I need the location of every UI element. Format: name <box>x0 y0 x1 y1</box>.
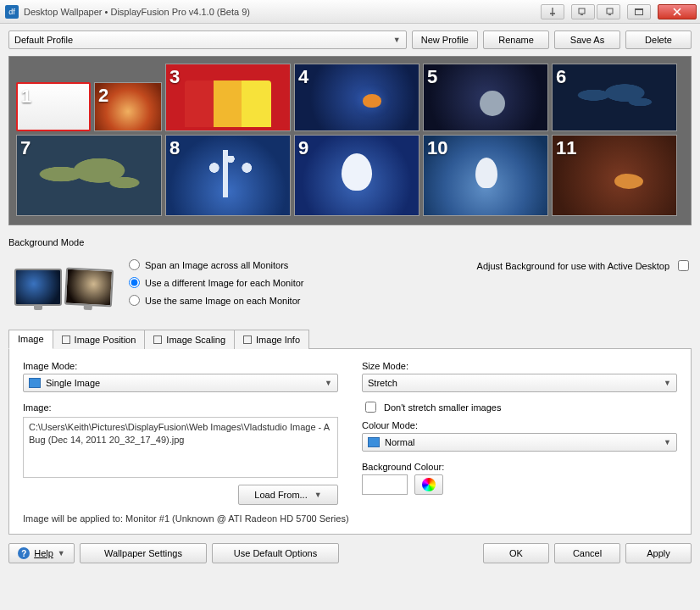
image-icon <box>368 437 380 447</box>
chevron-down-icon: ▼ <box>325 379 332 387</box>
tab-bar: Image Image Position Image Scaling Image… <box>8 329 692 349</box>
active-desktop-checkbox[interactable]: Adjust Background for use with Active De… <box>477 258 692 274</box>
cancel-button[interactable]: Cancel <box>554 543 620 563</box>
chevron-down-icon: ▼ <box>393 36 401 44</box>
profile-select[interactable]: Default Profile ▼ <box>8 30 407 49</box>
applied-to-note: Image will be applied to: Monitor #1 (Un… <box>23 513 677 524</box>
image-path-label: Image: <box>23 402 338 413</box>
load-from-button[interactable]: Load From...▼ <box>238 485 338 505</box>
image-mode-label: Image Mode: <box>23 361 338 371</box>
colour-picker-button[interactable] <box>414 474 443 495</box>
app-icon: df <box>5 5 19 19</box>
size-mode-select[interactable]: Stretch ▼ <box>362 374 677 392</box>
tab-panel-image: Image Mode: Single Image ▼ Image: C:\Use… <box>8 349 692 535</box>
monitor-10[interactable]: 10 <box>423 135 548 216</box>
monitor-11[interactable]: 11 <box>552 135 677 216</box>
tab-image-position[interactable]: Image Position <box>53 330 146 349</box>
title-bar: df Desktop Wallpaper • DisplayFusion Pro… <box>0 0 700 24</box>
bottom-bar: ? Help ▼ Wallpaper Settings Use Default … <box>8 543 692 563</box>
monitor-6[interactable]: 6 <box>552 64 677 131</box>
tab-image-info[interactable]: Image Info <box>234 330 309 349</box>
use-default-options-button[interactable]: Use Default Options <box>212 543 339 563</box>
monitor-9[interactable]: 9 <box>294 135 419 216</box>
image-path-box[interactable]: C:\Users\Keith\Pictures\DisplayFusion\We… <box>23 417 338 478</box>
chevron-down-icon: ▼ <box>58 549 65 557</box>
dont-stretch-checkbox[interactable]: Don't stretch smaller images <box>362 399 677 415</box>
monitor-5[interactable]: 5 <box>423 64 548 131</box>
svg-rect-1 <box>581 14 583 15</box>
monitor-1[interactable]: 1 <box>16 82 91 131</box>
monitor-7[interactable]: 7 <box>16 135 162 216</box>
tab-image-scaling[interactable]: Image Scaling <box>144 330 235 349</box>
monitor-8[interactable]: 8 <box>165 135 291 216</box>
square-icon <box>62 336 70 344</box>
colour-wheel-icon <box>422 478 436 491</box>
maximize-button[interactable] <box>627 4 651 19</box>
rename-button[interactable]: Rename <box>483 30 549 49</box>
window-title: Desktop Wallpaper • DisplayFusion Pro v4… <box>24 7 534 17</box>
tab-image[interactable]: Image <box>8 330 53 349</box>
wallpaper-settings-button[interactable]: Wallpaper Settings <box>80 543 207 563</box>
svg-rect-0 <box>579 8 585 14</box>
profile-row: Default Profile ▼ New Profile Rename Sav… <box>8 30 692 49</box>
svg-rect-3 <box>608 14 611 15</box>
delete-button[interactable]: Delete <box>625 30 692 49</box>
monitor-3[interactable]: 3 <box>165 64 291 131</box>
background-mode-title: Background Mode <box>8 237 692 247</box>
help-button[interactable]: ? Help ▼ <box>8 543 75 563</box>
bg-colour-label: Background Colour: <box>362 462 677 472</box>
size-mode-label: Size Mode: <box>362 361 677 371</box>
monitor-layout: 1 2 3 4 5 6 7 8 9 10 11 <box>8 56 692 225</box>
monitor-2[interactable]: 2 <box>94 82 162 131</box>
image-mode-select[interactable]: Single Image ▼ <box>23 374 338 392</box>
profile-select-value: Default Profile <box>14 35 73 45</box>
background-mode-section: Span an Image across all Monitors Use a … <box>8 258 692 317</box>
new-profile-button[interactable]: New Profile <box>412 30 478 49</box>
colour-mode-label: Colour Mode: <box>362 420 677 430</box>
radio-same[interactable]: Use the same Image on each Monitor <box>129 295 304 306</box>
monitor-right-button[interactable] <box>597 4 620 19</box>
colour-mode-select[interactable]: Normal ▼ <box>362 433 677 452</box>
chevron-down-icon: ▼ <box>664 438 671 446</box>
svg-rect-2 <box>607 8 613 14</box>
save-as-button[interactable]: Save As <box>554 30 620 49</box>
apply-button[interactable]: Apply <box>625 543 692 563</box>
close-button[interactable] <box>658 4 697 19</box>
square-icon <box>243 336 252 344</box>
monitor-icon-right <box>64 268 114 308</box>
chevron-down-icon: ▼ <box>664 379 671 387</box>
pin-button[interactable] <box>541 4 564 19</box>
monitor-icon-left <box>14 269 62 306</box>
bg-colour-swatch[interactable] <box>362 474 408 495</box>
ok-button[interactable]: OK <box>483 543 549 563</box>
image-icon <box>29 378 41 388</box>
monitor-pair-icon <box>8 258 119 317</box>
square-icon <box>153 336 162 344</box>
help-icon: ? <box>18 547 30 559</box>
radio-different[interactable]: Use a different Image for each Monitor <box>129 277 304 288</box>
monitor-left-button[interactable] <box>571 4 595 19</box>
monitor-4[interactable]: 4 <box>294 64 419 131</box>
chevron-down-icon: ▼ <box>314 491 322 499</box>
radio-span[interactable]: Span an Image across all Monitors <box>129 259 304 270</box>
